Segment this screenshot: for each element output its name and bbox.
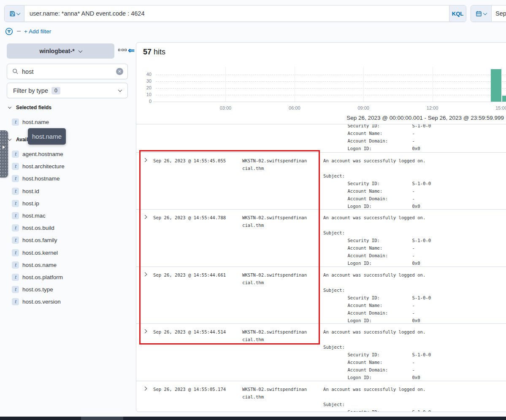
field-item-host.os.name[interactable]: thost.os.name — [0, 259, 136, 271]
date-range-start[interactable]: Sep — [492, 5, 506, 22]
cell-event-message: Security ID: S-1-0-0 Account Name: - Acc… — [323, 124, 431, 152]
filter-divider — [17, 31, 21, 32]
field-type-token: t — [12, 163, 19, 170]
cell-event-message: An account was successfully logged on. S… — [323, 385, 431, 412]
field-label: host.hostname — [22, 175, 60, 182]
filter-icon[interactable] — [5, 27, 13, 35]
field-type-token: t — [12, 151, 19, 158]
field-type-token: t — [12, 175, 19, 182]
table-row: Sep 26, 2023 @ 14:55:44.514WKSTN-02.swif… — [136, 323, 506, 380]
filter-by-type-label: Filter by type — [13, 87, 48, 94]
filter-by-type-dropdown[interactable]: Filter by type 0 — [7, 83, 128, 98]
y-axis-tick-label: 0 — [139, 99, 152, 104]
field-type-token: t — [12, 212, 19, 219]
clear-search-icon[interactable]: ✕ — [116, 68, 123, 75]
x-gridline — [433, 67, 433, 102]
cell-timestamp: Sep 26, 2023 @ 14:55:44.514 — [153, 328, 226, 336]
query-input[interactable] — [24, 5, 449, 22]
field-item-host.ip[interactable]: thost.ip — [0, 197, 136, 210]
field-label: host.os.type — [22, 286, 53, 293]
y-axis-tick-label: 20 — [139, 85, 152, 90]
field-label: host.mac — [22, 213, 46, 219]
field-settings-icon[interactable] — [118, 49, 127, 51]
field-type-token: t — [12, 298, 19, 305]
collapse-sidebar-icon[interactable]: ⇐ — [128, 46, 135, 55]
table-row: Sep 26, 2023 @ 14:55:45.055WKSTN-02.swif… — [136, 152, 506, 209]
index-pattern-label: winlogbeat-* — [39, 48, 74, 54]
cell-host-name: WKSTN-02.swiftspendfinan cial.thm — [242, 271, 307, 286]
field-item-host.os.version[interactable]: thost.os.version — [0, 296, 136, 308]
field-search-input[interactable] — [22, 68, 116, 75]
field-label: host.name — [22, 119, 49, 125]
time-range-label: Sep 26, 2023 @ 00:00:00.001 - Sep 26, 20… — [346, 115, 504, 121]
date-picker-button[interactable] — [471, 5, 492, 22]
field-item-host.os.type[interactable]: thost.os.type — [0, 283, 136, 296]
cell-event-message: An account was successfully logged on. S… — [323, 271, 431, 323]
chevron-down-icon — [78, 48, 82, 53]
available-fields-list: tagent.hostnamethost.architecturethost.h… — [0, 148, 136, 308]
index-pattern-selector[interactable]: winlogbeat-* — [7, 43, 114, 59]
field-type-token: t — [12, 286, 19, 293]
cell-host-name: WKSTN-02.swiftspendfinan cial.thm — [242, 328, 307, 343]
y-gridline — [156, 81, 506, 82]
cell-timestamp: Sep 26, 2023 @ 14:55:44.661 — [153, 271, 226, 279]
y-gridline — [156, 95, 506, 95]
search-icon — [12, 68, 19, 75]
date-picker: Sep — [471, 5, 506, 22]
field-label: host.id — [22, 188, 39, 194]
discover-main-panel: 57 hits 01020304003:0006:0009:0012:0015:… — [136, 42, 506, 412]
table-row: Sep 26, 2023 @ 14:55:44.661WKSTN-02.swif… — [136, 267, 506, 323]
field-item-host.id[interactable]: thost.id — [0, 185, 136, 197]
histogram-bar-14:30[interactable] — [491, 69, 501, 102]
x-gridline — [501, 67, 502, 102]
x-axis-tick-label: 15:00 — [492, 105, 506, 110]
save-icon — [9, 11, 16, 17]
expand-row-icon[interactable] — [143, 158, 147, 162]
field-label: host.os.platform — [22, 274, 63, 280]
kql-button[interactable]: KQL — [449, 5, 466, 22]
filter-bar: + Add filter — [5, 26, 51, 36]
expand-row-icon[interactable] — [143, 386, 147, 390]
cell-host-name: WKSTN-02.swiftspendfinan cial.thm — [242, 214, 307, 229]
field-search-box: ✕ — [7, 64, 128, 79]
expand-row-icon[interactable] — [143, 329, 147, 334]
histogram-bar-15:00[interactable] — [502, 96, 506, 102]
field-item-host.hostname[interactable]: thost.hostname — [0, 172, 136, 185]
cell-event-message: An account was successfully logged on. S… — [323, 328, 431, 380]
field-type-token: t — [12, 118, 19, 126]
field-type-token: t — [12, 274, 19, 281]
x-gridline — [295, 67, 295, 102]
x-axis-tick-label: 12:00 — [423, 105, 442, 110]
add-filter-link[interactable]: + Add filter — [24, 28, 51, 35]
y-axis-tick-label: 40 — [139, 72, 152, 77]
field-item-host.mac[interactable]: thost.mac — [0, 210, 136, 222]
field-item-host.architecture[interactable]: thost.architecture — [0, 160, 136, 172]
sidebar-resize-handle[interactable] — [0, 130, 8, 178]
field-item-host.os.family[interactable]: thost.os.family — [0, 234, 136, 246]
expand-row-icon[interactable] — [143, 215, 147, 219]
cell-timestamp: Sep 26, 2023 @ 14:55:05.174 — [153, 385, 226, 393]
expand-row-icon[interactable] — [143, 272, 147, 276]
field-item-host.os.platform[interactable]: thost.os.platform — [0, 271, 136, 283]
table-row: Sep 26, 2023 @ 14:55:05.174WKSTN-02.swif… — [136, 381, 506, 412]
field-label: host.os.build — [22, 225, 54, 231]
cell-event-message: An account was successfully logged on. S… — [323, 214, 431, 266]
x-axis-line — [153, 102, 506, 102]
y-axis-tick-label: 30 — [139, 78, 152, 83]
field-item-agent.hostname[interactable]: tagent.hostname — [0, 148, 136, 160]
cell-host-name: WKSTN-02.swiftspendfinan cial.thm — [242, 385, 307, 401]
cell-event-message: An account was successfully logged on. S… — [323, 157, 431, 209]
cell-host-name: WKSTN-02.swiftspendfinan cial.thm — [242, 157, 307, 172]
field-type-token: t — [12, 200, 19, 207]
scrollbar-thumb[interactable] — [81, 417, 123, 420]
x-axis-tick-label: 06:00 — [285, 105, 304, 110]
save-query-button[interactable] — [5, 5, 24, 22]
cell-timestamp: Sep 26, 2023 @ 14:55:44.788 — [153, 214, 226, 221]
y-axis-tick-label: 10 — [139, 92, 152, 97]
field-item-host.os.kernel[interactable]: thost.os.kernel — [0, 247, 136, 259]
field-label: host.os.family — [22, 237, 57, 243]
cell-timestamp: Sep 26, 2023 @ 14:55:45.055 — [153, 157, 226, 164]
field-item-host.os.build[interactable]: thost.os.build — [0, 222, 136, 234]
y-gridline — [156, 75, 506, 75]
field-label: host.os.kernel — [22, 250, 58, 256]
